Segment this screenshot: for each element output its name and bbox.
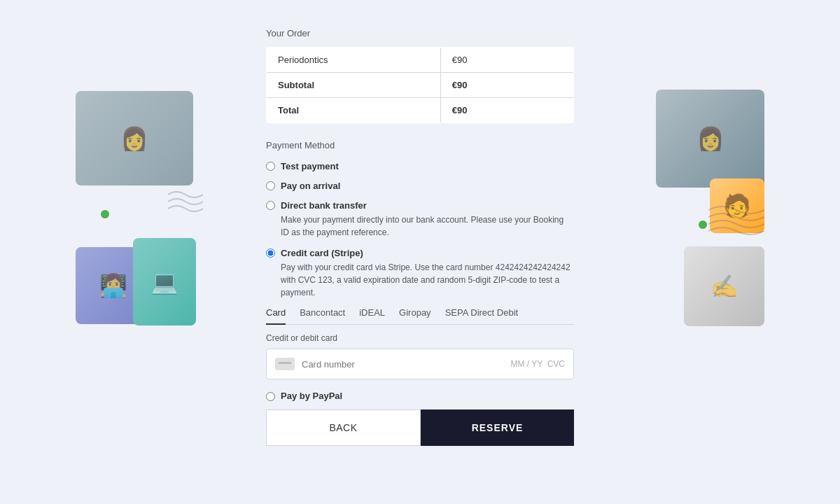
payment-option-arrival[interactable]: Pay on arrival: [266, 180, 574, 191]
payment-title: Payment Method: [266, 140, 574, 150]
stripe-label: Credit card (Stripe): [281, 248, 363, 258]
arrival-label: Pay on arrival: [281, 181, 340, 191]
reserve-button[interactable]: RESERVE: [421, 410, 574, 446]
order-row: Subtotal€90: [267, 73, 574, 98]
order-row-amount: €90: [440, 73, 573, 98]
card-number-input[interactable]: [302, 359, 503, 370]
order-table: Periodontics€90Subtotal€90Total€90: [266, 47, 574, 123]
arrival-radio[interactable]: [266, 181, 275, 190]
button-row: BACK RESERVE: [266, 410, 574, 446]
payment-option-test[interactable]: Test payment: [266, 160, 574, 172]
order-row: Periodontics€90: [267, 48, 574, 73]
payment-option-stripe[interactable]: Credit card (Stripe) Pay with your credi…: [266, 247, 574, 299]
order-row-label: Total: [267, 98, 441, 123]
payment-section: Payment Method Test payment Pay on arriv…: [266, 140, 574, 401]
card-tab-ideal[interactable]: iDEAL: [359, 307, 385, 325]
option-description: Make your payment directly into our bank…: [281, 214, 574, 239]
paypal-radio[interactable]: [266, 392, 275, 401]
card-tab-card[interactable]: Card: [266, 307, 286, 325]
card-tab-giropay[interactable]: Giropay: [399, 307, 431, 325]
test-label: Test payment: [281, 161, 339, 172]
svg-rect-1: [279, 362, 291, 364]
stripe-radio[interactable]: [266, 248, 275, 258]
order-row-label: Subtotal: [267, 73, 441, 98]
payment-option-bank[interactable]: Direct bank transfer Make your payment d…: [266, 200, 574, 239]
order-title: Your Order: [266, 28, 574, 38]
order-row: Total€90: [267, 98, 574, 123]
test-radio[interactable]: [266, 162, 275, 171]
option-description: Pay with your credit card via Stripe. Us…: [281, 261, 574, 299]
order-row-amount: €90: [440, 48, 573, 73]
payment-option-paypal[interactable]: Pay by PayPal: [266, 391, 574, 401]
card-input-row: MM / YY CVC: [266, 349, 574, 379]
bank-radio[interactable]: [266, 201, 275, 210]
order-row-label: Periodontics: [267, 48, 441, 73]
card-tabs: CardBancontactiDEALGiropaySEPA Direct De…: [266, 307, 574, 325]
card-field-label: Credit or debit card: [266, 333, 574, 343]
card-brand-icon: [275, 358, 295, 370]
order-section: Your Order Periodontics€90Subtotal€90Tot…: [266, 28, 574, 123]
back-button[interactable]: BACK: [266, 410, 421, 446]
card-tab-bancontact[interactable]: Bancontact: [300, 307, 345, 325]
paypal-label: Pay by PayPal: [281, 391, 342, 401]
order-row-amount: €90: [440, 98, 573, 123]
card-tab-sepa-direct-debit[interactable]: SEPA Direct Debit: [445, 307, 519, 325]
bank-label: Direct bank transfer: [281, 200, 367, 211]
card-expiry-cvc: MM / YY CVC: [510, 359, 565, 369]
